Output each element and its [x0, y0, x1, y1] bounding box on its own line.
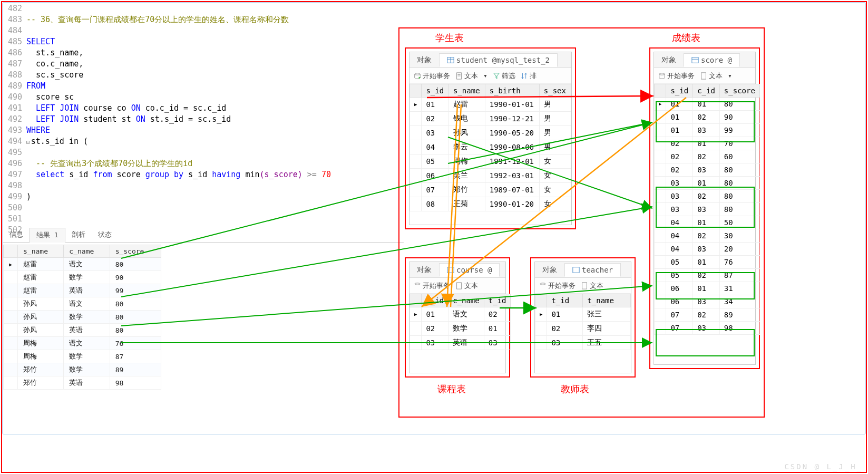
course-data-table[interactable]: c_idc_namet_id▶01语文0202数学0103英语03 [409, 294, 511, 350]
query-result-table[interactable]: s_namec_names_score▶赵雷语文80赵雷数学90赵雷英语99孙风… [3, 245, 161, 390]
svg-point-3 [415, 73, 421, 75]
table-row[interactable]: 030380 [655, 203, 760, 216]
table-row[interactable]: 070289 [655, 308, 760, 322]
sort-icon [521, 72, 528, 80]
course-panel-box: 对象 course @ 开始事务 文本 c_idc_namet_id▶01语文0… [405, 257, 510, 378]
panel-tab-label: student @mysql_test_2 [456, 56, 550, 64]
start-transaction-button[interactable]: 开始事务 [539, 281, 576, 291]
table-row[interactable]: 孙风数学80 [4, 311, 161, 324]
table-row[interactable]: ▶01语文02 [410, 307, 511, 322]
doc-icon [455, 72, 463, 80]
svg-rect-18 [582, 282, 587, 288]
panel-tab-objects[interactable]: 对象 [654, 53, 684, 67]
table-row[interactable]: 02李四 [535, 322, 631, 336]
db-icon [414, 282, 421, 289]
panel-tab-objects[interactable]: 对象 [409, 53, 439, 67]
table-row[interactable]: 孙风语文80 [4, 297, 161, 311]
course-panel: 对象 course @ 开始事务 文本 c_idc_namet_id▶01语文0… [409, 262, 506, 373]
table-row[interactable]: 08王菊1990-01-20女 [410, 197, 571, 211]
table-row[interactable]: 020170 [655, 137, 760, 150]
svg-marker-8 [494, 73, 500, 79]
table-row[interactable]: 010399 [655, 124, 760, 137]
table-row[interactable]: 孙风英语80 [4, 324, 161, 337]
start-transaction-button[interactable]: 开始事务 [658, 71, 695, 81]
svg-rect-15 [457, 282, 462, 288]
table-row[interactable]: 04李云1990-08-06男 [410, 140, 571, 154]
teacher-data-table[interactable]: t_idt_name▶01张三02李四03王五 [535, 294, 631, 350]
table-row[interactable]: 03王五 [535, 336, 631, 350]
score-data-table[interactable]: s_idc_ids_score▶010180010290010399020170… [654, 84, 760, 335]
table-row[interactable]: 02钱电1990-12-21男 [410, 112, 571, 126]
table-row[interactable]: 010290 [655, 111, 760, 124]
text-button[interactable]: 文本 [455, 71, 478, 81]
table-row[interactable]: 020380 [655, 163, 760, 177]
table-row[interactable]: 040150 [655, 216, 760, 229]
panel-tab-label: score @ [701, 56, 732, 64]
table-row[interactable]: ▶010180 [655, 98, 760, 111]
text-button[interactable]: 文本 [581, 281, 603, 291]
sql-code-editor[interactable]: 482483-- 36、查询每一门课程成绩都在70分以上的学生的姓名、课程名称和… [3, 3, 404, 236]
table-row[interactable]: 赵雷数学90 [4, 271, 161, 284]
table-row[interactable]: 050176 [655, 256, 760, 269]
table-row[interactable]: 周梅数学87 [4, 350, 161, 363]
watermark: CSDN @ L_J_H_ [784, 462, 863, 471]
table-row[interactable]: ▶01张三 [535, 307, 631, 322]
tab-profile[interactable]: 剖析 [65, 228, 92, 242]
table-icon [572, 266, 580, 274]
student-panel: 对象 student @mysql_test_2 开始事务 文本 ▾ 筛选 [409, 52, 572, 225]
panel-tab-score[interactable]: score @ [684, 53, 740, 67]
panel-tab-course[interactable]: course @ [439, 263, 500, 277]
table-row[interactable]: 赵雷英语99 [4, 284, 161, 297]
svg-rect-16 [573, 267, 579, 273]
table-row[interactable]: 03孙风1990-05-20男 [410, 126, 571, 140]
tab-status[interactable]: 状态 [92, 228, 118, 242]
text-button[interactable]: 文本 [455, 281, 478, 291]
table-row[interactable]: ▶01赵雷1990-01-01男 [410, 98, 571, 112]
table-row[interactable]: 郑竹数学89 [4, 363, 161, 376]
table-row[interactable]: 060334 [655, 295, 760, 308]
label-score-table: 成绩表 [672, 32, 700, 44]
svg-point-11 [659, 73, 665, 75]
student-data-table[interactable]: s_ids_names_births_sex▶01赵雷1990-01-01男02… [409, 84, 571, 211]
start-transaction-button[interactable]: 开始事务 [414, 71, 450, 81]
panel-tab-student[interactable]: student @mysql_test_2 [439, 53, 558, 67]
db-icon [539, 282, 547, 289]
table-row[interactable]: 060131 [655, 282, 760, 295]
table-row[interactable]: ▶赵雷语文80 [4, 258, 161, 271]
label-student-table: 学生表 [435, 32, 464, 44]
table-row[interactable]: 070398 [655, 322, 760, 335]
table-row[interactable]: 040320 [655, 243, 760, 256]
table-row[interactable]: 030280 [655, 190, 760, 203]
table-row[interactable]: 周梅语文76 [4, 337, 161, 350]
panel-tab-objects[interactable]: 对象 [535, 263, 564, 277]
score-panel-box: 对象 score @ 开始事务 文本 ▾ s_idc_ids_score▶010… [649, 47, 760, 369]
sort-button[interactable]: 排 [521, 71, 537, 81]
svg-point-17 [540, 283, 546, 285]
table-row[interactable]: 07郑竹1989-07-01女 [410, 183, 571, 197]
table-row[interactable]: 06吴兰1992-03-01女 [410, 169, 571, 183]
label-teacher-table: 教师表 [561, 383, 589, 395]
doc-icon [581, 282, 588, 289]
panel-tab-label: teacher [582, 266, 613, 274]
filter-button[interactable]: 筛选 [493, 71, 515, 81]
result-tabs: 信息 结果 1 剖析 状态 [3, 228, 404, 243]
table-row[interactable]: 030180 [655, 177, 760, 190]
svg-rect-12 [701, 72, 706, 79]
table-row[interactable]: 05周梅1991-12-01女 [410, 154, 571, 169]
table-row[interactable]: 03英语03 [410, 336, 511, 350]
text-button[interactable]: 文本 [700, 71, 723, 81]
db-icon [414, 72, 421, 80]
start-transaction-button[interactable]: 开始事务 [414, 281, 450, 291]
table-icon [447, 266, 454, 274]
table-row[interactable]: 050287 [655, 269, 760, 282]
table-row[interactable]: 郑竹英语98 [4, 376, 161, 390]
tab-info[interactable]: 信息 [3, 228, 30, 242]
svg-rect-9 [692, 57, 698, 63]
tab-result1[interactable]: 结果 1 [30, 228, 65, 243]
funnel-icon [493, 72, 500, 80]
table-row[interactable]: 040230 [655, 229, 760, 243]
table-row[interactable]: 02数学01 [410, 322, 511, 336]
panel-tab-teacher[interactable]: teacher [564, 263, 621, 277]
table-row[interactable]: 020260 [655, 150, 760, 163]
panel-tab-objects[interactable]: 对象 [409, 263, 439, 277]
